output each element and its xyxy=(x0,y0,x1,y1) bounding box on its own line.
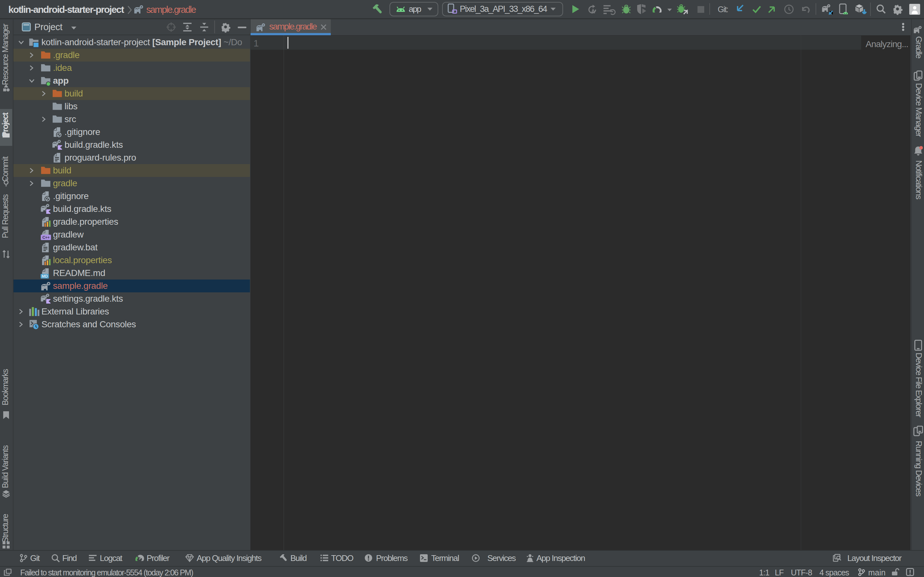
svg-text:C++: C++ xyxy=(42,235,50,240)
svg-text:MD: MD xyxy=(42,274,48,279)
